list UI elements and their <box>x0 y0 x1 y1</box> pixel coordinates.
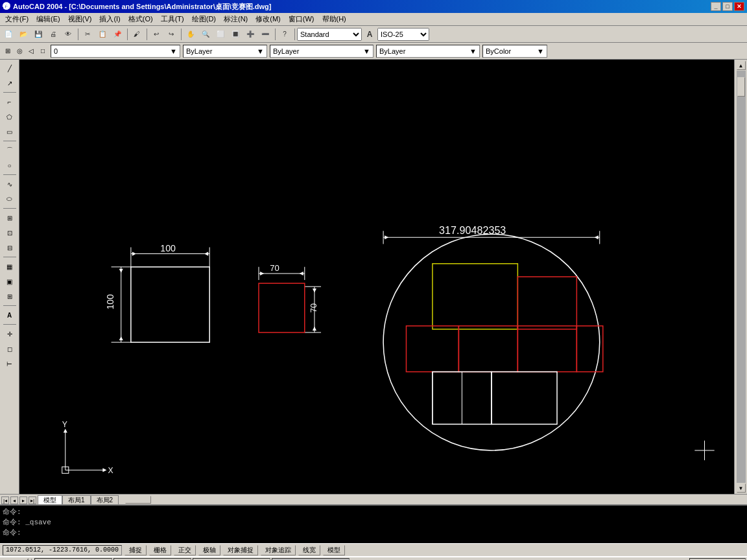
otrack-button[interactable]: 对象追踪 <box>261 545 296 555</box>
ortho-button[interactable]: 正交 <box>174 545 196 555</box>
layer-state-icon[interactable]: ◎ <box>14 46 25 56</box>
canvas-area[interactable]: 100 100 70 <box>19 60 734 494</box>
font-icon: A <box>362 27 377 41</box>
pan-button[interactable]: ✋ <box>184 27 198 41</box>
menu-insert[interactable]: 插入(I) <box>95 14 124 25</box>
close-button[interactable]: ✕ <box>734 2 744 11</box>
plotstyle-dropdown[interactable]: ByColor ▼ <box>482 45 547 58</box>
polygon-tool[interactable]: ⬠ <box>3 110 17 124</box>
zoom-realtime-button[interactable]: 🔍 <box>198 27 213 41</box>
layer-bar: ⊞ ◎ ◁ □ 0 ▼ ByLayer ▼ ByLayer ▼ ByLayer … <box>0 43 747 60</box>
menu-window[interactable]: 窗口(W) <box>285 14 318 25</box>
tab-model[interactable]: 模型 <box>38 495 62 504</box>
copy-button[interactable]: 📋 <box>95 27 110 41</box>
tab-layout2[interactable]: 布局2 <box>91 495 119 504</box>
menu-help[interactable]: 帮助(H) <box>318 14 350 25</box>
command-line3: 命令: <box>3 528 744 538</box>
menu-view[interactable]: 视图(V) <box>64 14 96 25</box>
matchprop-button[interactable]: 🖌 <box>130 27 144 41</box>
linetype-dropdown[interactable]: ByLayer ▼ <box>270 45 374 58</box>
block-tool[interactable]: ⊡ <box>3 226 17 240</box>
vertical-scroll-thumb[interactable] <box>737 77 745 97</box>
layer-prev-icon[interactable]: ◁ <box>26 46 36 56</box>
text-tool[interactable]: A <box>3 308 17 322</box>
text-style-dropdown[interactable]: Standard <box>297 28 362 41</box>
plotstyle-arrow: ▼ <box>537 47 544 55</box>
svg-rect-36 <box>458 326 517 372</box>
menu-modify[interactable]: 修改(M) <box>252 14 285 25</box>
grid-button[interactable]: 栅格 <box>149 545 171 555</box>
move-tool[interactable]: ✛ <box>3 327 17 341</box>
svg-marker-44 <box>64 429 67 433</box>
horiz-scroll-thumb[interactable] <box>125 496 151 504</box>
open-button[interactable]: 📂 <box>16 27 30 41</box>
tab-next-button[interactable]: ▸ <box>19 496 27 504</box>
undo-button[interactable]: ↩ <box>149 27 163 41</box>
line-tool[interactable]: ╱ <box>3 61 17 75</box>
tab-first-button[interactable]: |◂ <box>1 496 9 504</box>
menu-dimension[interactable]: 标注(N) <box>220 14 252 25</box>
sep3 <box>145 27 148 41</box>
save-button[interactable]: 💾 <box>31 27 45 41</box>
command-line2: 命令: _qsave <box>3 517 744 528</box>
svg-marker-45 <box>102 468 106 472</box>
zoom-all-button[interactable]: 🔳 <box>228 27 243 41</box>
hatch-tool[interactable]: ▦ <box>3 259 17 274</box>
print-button[interactable]: 🖨 <box>46 27 60 41</box>
lineweight-dropdown[interactable]: ByLayer ▼ <box>376 45 480 58</box>
new-button[interactable]: 📄 <box>1 27 16 41</box>
menu-format[interactable]: 格式(O) <box>124 14 157 25</box>
minimize-button[interactable]: _ <box>711 2 721 11</box>
trim-tool[interactable]: ⊢ <box>3 356 17 371</box>
spline-tool[interactable]: ∿ <box>3 177 17 191</box>
polyline-tool[interactable]: ⌐ <box>3 95 17 109</box>
taskbar: 开始 🌐 三维网 - Google ... 📁 CA D几何作图竞赛... 🔧 … <box>0 556 747 560</box>
region-tool[interactable]: ⊟ <box>3 240 17 255</box>
boundary-tool[interactable]: ⊞ <box>3 289 17 303</box>
layer-box-icon[interactable]: □ <box>38 46 48 56</box>
cut-button[interactable]: ✂ <box>80 27 95 41</box>
svg-rect-25 <box>259 283 305 332</box>
gradient-tool[interactable]: ▣ <box>3 274 17 288</box>
snap-button[interactable]: 捕捉 <box>124 545 147 555</box>
arc-tool[interactable]: ⌒ <box>3 143 17 158</box>
layer-dropdown[interactable]: 0 ▼ <box>51 45 180 58</box>
sep6 <box>292 27 296 41</box>
vertical-scroll-track[interactable] <box>737 71 746 483</box>
zoom-in-button[interactable]: ➕ <box>243 27 257 41</box>
tab-prev-button[interactable]: ◂ <box>10 496 18 504</box>
scroll-up-button[interactable]: ▲ <box>737 61 746 70</box>
zoom-out-button[interactable]: ➖ <box>258 27 272 41</box>
menu-draw[interactable]: 绘图(D) <box>188 14 220 25</box>
title-bar-left: 🅐 AutoCAD 2004 - [C:\Documents and Setti… <box>3 2 271 12</box>
arrow-tool[interactable]: ↗ <box>3 76 17 90</box>
redo-button[interactable]: ↪ <box>164 27 178 41</box>
erase-tool[interactable]: ◻ <box>3 342 17 356</box>
drawing-row: ╱ ↗ ⌐ ⬠ ▭ ⌒ ○ ∿ ⬭ ⊞ ⊡ ⊟ ▦ ▣ ⊞ A ✛ ◻ ⊢ <box>0 60 747 494</box>
lwt-button[interactable]: 线宽 <box>298 545 320 555</box>
preview-button[interactable]: 👁 <box>61 27 75 41</box>
horiz-scroll-track[interactable] <box>119 495 747 504</box>
rect-tool[interactable]: ▭ <box>3 124 17 139</box>
tab-last-button[interactable]: ▸| <box>29 496 36 504</box>
paste-button[interactable]: 📌 <box>110 27 124 41</box>
menu-file[interactable]: 文件(F) <box>1 14 32 25</box>
layer-icons: ⊞ ◎ ◁ □ <box>3 46 48 56</box>
text-height-dropdown[interactable]: ISO-25 <box>377 28 429 41</box>
polar-button[interactable]: 极轴 <box>198 545 220 555</box>
circle-tool[interactable]: ○ <box>3 158 17 172</box>
maximize-button[interactable]: □ <box>722 2 733 11</box>
help-button[interactable]: ? <box>278 27 292 41</box>
sep5 <box>273 27 277 41</box>
model-button[interactable]: 模型 <box>323 545 345 555</box>
ellipse-tool[interactable]: ⬭ <box>3 192 17 206</box>
menu-edit[interactable]: 编辑(E) <box>32 14 64 25</box>
scroll-down-button[interactable]: ▼ <box>737 484 746 493</box>
insert-block-tool[interactable]: ⊞ <box>3 211 17 225</box>
tab-layout1[interactable]: 布局1 <box>62 495 91 504</box>
layer-props-icon[interactable]: ⊞ <box>3 46 13 56</box>
osnap-button[interactable]: 对象捕捉 <box>223 545 258 555</box>
zoom-window-button[interactable]: ⬜ <box>213 27 228 41</box>
color-dropdown[interactable]: ByLayer ▼ <box>183 45 267 58</box>
menu-tools[interactable]: 工具(T) <box>157 14 188 25</box>
